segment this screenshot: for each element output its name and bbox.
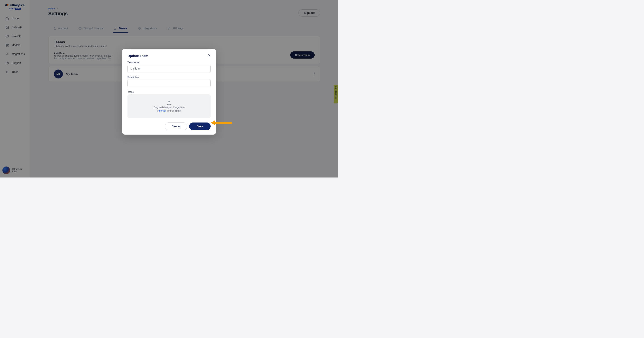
drop-text-1: Drag and drop your image here (154, 106, 185, 109)
cancel-button[interactable]: Cancel (165, 122, 188, 130)
modal-title: Update Team (128, 54, 148, 58)
browse-link[interactable]: browse (159, 110, 166, 112)
team-name-input[interactable] (128, 65, 211, 72)
close-button[interactable] (208, 54, 211, 58)
modal-overlay[interactable]: Update Team Team name Description Image … (0, 0, 338, 178)
save-button[interactable]: Save (189, 122, 211, 130)
description-label: Description (128, 76, 211, 78)
close-icon (208, 54, 211, 57)
image-dropzone[interactable]: Drag and drop your image here or browse … (128, 94, 211, 118)
update-team-modal: Update Team Team name Description Image … (122, 49, 216, 134)
description-input[interactable] (128, 80, 211, 87)
annotation-arrow (211, 120, 232, 125)
team-name-label: Team name (128, 61, 211, 64)
upload-icon (166, 100, 172, 105)
image-label: Image (128, 91, 211, 93)
drop-text-2: or browse your computer (157, 110, 182, 112)
